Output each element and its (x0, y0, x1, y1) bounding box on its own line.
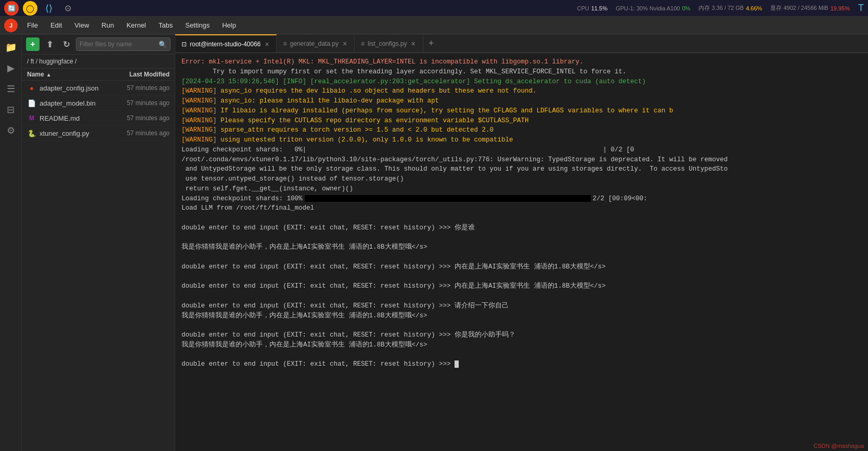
terminal-line: 我是你猜猜我是谁的小助手，内在是上海AI实验室书生 浦语的1.8B大模型哦</s… (182, 311, 862, 321)
breadcrumb-text: / ft / huggingface / (27, 58, 76, 65)
search-icon: 🔍 (159, 41, 167, 48)
tab-bar: ⊡root@intern-studio-40066×≡generate_data… (175, 34, 868, 53)
gpu-label: GPU-1: 30% Nvidia A100 (616, 5, 680, 11)
gpu-pct: 0% (682, 5, 690, 11)
app-icon-compass: ⊙ (60, 1, 75, 16)
tab-label: root@intern-studio-40066 (190, 41, 261, 48)
cursor (455, 360, 459, 368)
tab-close-button[interactable]: × (342, 39, 348, 48)
terminal-line: double enter to end input (EXIT: exit ch… (182, 262, 862, 272)
system-bar: 🔄 ◯ ⟨⟩ ⊙ CPU 11.5% GPU-1: 30% Nvidia A10… (0, 0, 868, 17)
activity-run-icon[interactable]: ▶ (2, 59, 20, 77)
terminal-line (182, 272, 862, 282)
content-area: ⊡root@intern-studio-40066×≡generate_data… (175, 34, 868, 451)
tab-terminal[interactable]: ⊡root@intern-studio-40066× (175, 34, 277, 53)
file-name: xtuner_config.py (40, 130, 102, 137)
menu-item-run[interactable]: Run (96, 19, 119, 31)
file-name: adapter_config.json (40, 84, 102, 92)
cpu-label: CPU (577, 5, 589, 11)
terminal-line: [WARNING] sparse_attn requires a torch v… (182, 125, 862, 135)
vram-pct: 19.95% (831, 5, 850, 11)
file-icon: ● (27, 83, 36, 93)
menu-item-edit[interactable]: Edit (45, 19, 67, 31)
terminal-line: [WARNING] If libaio is already installed… (182, 106, 862, 116)
gpu-stat: GPU-1: 30% Nvidia A100 0% (616, 5, 690, 11)
menu-item-tabs[interactable]: Tabs (153, 19, 178, 31)
col-name-header[interactable]: Name ▲ (27, 71, 102, 78)
terminal-line: 我是你猜猜我是谁的小助手，内在是上海AI实验室书生 浦语的1.8B大模型哦</s… (182, 340, 862, 350)
sidebar: + ⬆ ↻ 🔍 / ft / huggingface / Name ▲ Last… (22, 34, 175, 451)
search-input[interactable] (80, 41, 157, 48)
terminal-line: Error: mkl-service + Intel(R) MKL: MKL_T… (182, 57, 862, 67)
file-time: 57 minutes ago (102, 99, 170, 107)
tab-label: list_configs.py (368, 40, 407, 47)
file-time: 57 minutes ago (102, 114, 170, 122)
upload-button[interactable]: ⬆ (43, 37, 56, 51)
system-bar-left: 🔄 ◯ ⟨⟩ ⊙ (4, 1, 75, 16)
terminal-line: Load LLM from /root/ft/final_model (182, 203, 862, 213)
col-modified-header: Last Modified (102, 71, 170, 78)
terminal-line: Loading checkpoint shards: 100%2/2 [00:0… (182, 194, 862, 204)
file-name: adapter_model.bin (40, 99, 102, 107)
main-layout: 📁 ▶ ☰ ⊟ ⚙ + ⬆ ↻ 🔍 / ft / huggingface / N… (0, 34, 868, 451)
file-list-header: Name ▲ Last Modified (22, 69, 175, 81)
terminal-line: double enter to end input (EXIT: exit ch… (182, 301, 862, 311)
jupyter-logo: J (4, 19, 18, 32)
tab-label: generate_data.py (290, 40, 338, 47)
tf-icon: T (858, 3, 864, 14)
refresh-button[interactable]: ↻ (59, 37, 73, 51)
menu-item-view[interactable]: View (69, 19, 94, 31)
mem-label: 内存 3.36 / 72 GB (698, 4, 744, 12)
terminal-line (182, 213, 862, 223)
terminal-line: Loading checkpoint shards: 0%| | 0/2 [0 (182, 145, 862, 155)
terminal-line: /root/.conda/envs/xtuner0.1.17/lib/pytho… (182, 155, 862, 165)
activity-commands-icon[interactable]: ☰ (2, 80, 20, 98)
terminal-line: [WARNING] async_io requires the dev liba… (182, 86, 862, 96)
activity-tabs-icon[interactable]: ⊟ (2, 101, 20, 119)
file-item[interactable]: 🐍xtuner_config.py57 minutes ago (22, 126, 175, 141)
menu-item-kernel[interactable]: Kernel (121, 19, 151, 31)
terminal-line: and UntypedStorage will be the only stor… (182, 164, 862, 174)
menu-bar: J FileEditViewRunKernelTabsSettingsHelp (0, 17, 868, 34)
system-bar-right: CPU 11.5% GPU-1: 30% Nvidia A100 0% 内存 3… (577, 3, 864, 14)
file-item[interactable]: MREADME.md57 minutes ago (22, 111, 175, 126)
cpu-stat: CPU 11.5% (577, 5, 607, 11)
terminal-line: double enter to end input (EXIT: exit ch… (182, 359, 862, 369)
sort-icon: ▲ (46, 72, 51, 78)
tab-close-button[interactable]: × (264, 40, 270, 49)
app-icon-orange: ◯ (23, 1, 37, 16)
tab-icon: ⊡ (182, 41, 187, 48)
terminal-line: return self.fget.__get__(instance, owner… (182, 184, 862, 194)
file-item[interactable]: 📄adapter_model.bin57 minutes ago (22, 96, 175, 111)
activity-extensions-icon[interactable]: ⚙ (2, 122, 20, 139)
terminal-line: [WARNING] async_io: please install the l… (182, 96, 862, 106)
terminal-line: [WARNING] Please specify the CUTLASS rep… (182, 116, 862, 126)
vram-label: 显存 4902 / 24566 MiB (770, 4, 828, 12)
terminal-line (182, 233, 862, 243)
terminal-content[interactable]: Error: mkl-service + Intel(R) MKL: MKL_T… (175, 53, 868, 451)
cpu-value: 11.5% (591, 5, 607, 11)
file-icon: M (27, 113, 36, 123)
breadcrumb: / ft / huggingface / (22, 55, 175, 69)
tab-list_configs[interactable]: ≡list_configs.py× (355, 34, 423, 53)
menu-item-help[interactable]: Help (217, 19, 241, 31)
file-item[interactable]: ●adapter_config.json57 minutes ago (22, 81, 175, 96)
file-time: 57 minutes ago (102, 84, 170, 92)
menu-item-file[interactable]: File (22, 19, 43, 31)
app-logo-icon: 🔄 (4, 1, 19, 16)
add-tab-button[interactable]: + (423, 34, 439, 53)
mem-stat: 内存 3.36 / 72 GB 4.66% (698, 4, 762, 12)
terminal-line (182, 291, 862, 301)
activity-files-icon[interactable]: 📁 (2, 38, 20, 56)
menu-item-settings[interactable]: Settings (180, 19, 215, 31)
terminal-line: double enter to end input (EXIT: exit ch… (182, 330, 862, 340)
new-file-button[interactable]: + (26, 37, 40, 51)
terminal-line: use tensor.untyped_storage() instead of … (182, 174, 862, 184)
terminal-line: double enter to end input (EXIT: exit ch… (182, 281, 862, 291)
tab-icon: ≡ (361, 40, 365, 47)
file-time: 57 minutes ago (102, 130, 170, 137)
terminal-line: [2024-04-23 15:09:26,546] [INFO] [real_a… (182, 77, 862, 87)
tab-close-button[interactable]: × (410, 39, 416, 48)
tab-generate[interactable]: ≡generate_data.py× (277, 34, 355, 53)
terminal-line: Try to import numpy first or set the thr… (182, 67, 862, 77)
